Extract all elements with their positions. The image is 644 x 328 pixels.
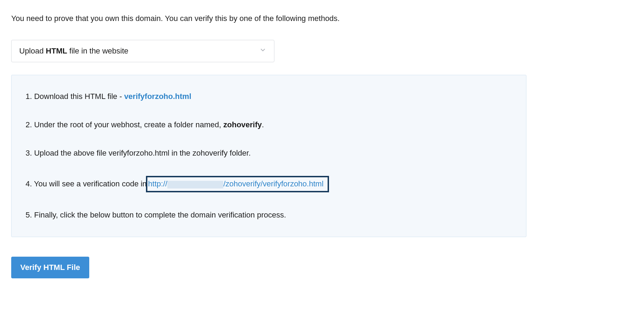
intro-text: You need to prove that you own this doma… [11, 14, 633, 23]
instructions-panel: 1. Download this HTML file - verifyforzo… [11, 75, 526, 237]
step-3: 3. Upload the above file verifyforzoho.h… [26, 148, 512, 159]
step-2: 2. Under the root of your webhost, creat… [26, 120, 512, 130]
verification-url-link[interactable]: http:///zohoverify/verifyforzoho.html [148, 179, 323, 188]
step-4: 4. You will see a verification code in h… [26, 176, 512, 192]
step-1: 1. Download this HTML file - verifyforzo… [26, 91, 512, 102]
verification-method-dropdown[interactable]: Upload HTML file in the website [11, 40, 274, 62]
chevron-down-icon [259, 47, 266, 56]
download-file-link[interactable]: verifyforzoho.html [124, 92, 191, 101]
step-5: 5. Finally, click the below button to co… [26, 210, 512, 221]
redacted-domain [167, 181, 223, 188]
verification-url-highlight: http:///zohoverify/verifyforzoho.html [146, 176, 329, 192]
dropdown-label: Upload HTML file in the website [19, 47, 128, 56]
verify-html-file-button[interactable]: Verify HTML File [11, 257, 89, 278]
